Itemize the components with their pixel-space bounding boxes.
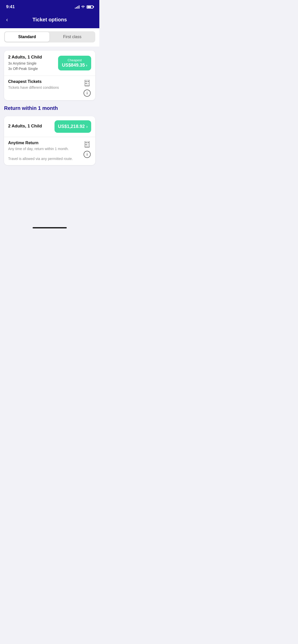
svg-rect-2 <box>88 81 89 82</box>
svg-rect-4 <box>88 83 88 83</box>
tab-first-class[interactable]: First class <box>50 32 95 42</box>
nav-header: ‹ Ticket options <box>0 13 99 28</box>
cheapest-card: 2 Adults, 1 Child 3x Anytime Single 3x O… <box>4 51 95 100</box>
section-title: Return within 1 month <box>4 104 95 112</box>
cheapest-ticket-info: 2 Adults, 1 Child 3x Anytime Single 3x O… <box>8 55 42 71</box>
svg-rect-13 <box>88 144 88 145</box>
page-title: Ticket options <box>32 17 67 23</box>
cheapest-ticket-row: 2 Adults, 1 Child 3x Anytime Single 3x O… <box>4 51 95 76</box>
return-ticket-row: 2 Adults, 1 Child US$1,218.92 › <box>4 116 95 137</box>
wifi-icon <box>81 5 85 9</box>
return-detail-line2: Travel is allowed via any permitted rout… <box>8 156 80 162</box>
cheapest-detail-row: Cheapest Tickets Tickets have different … <box>4 76 95 100</box>
battery-icon <box>87 5 93 9</box>
cheapest-ticket-types: 3x Anytime Single 3x Off-Peak Single <box>8 61 42 71</box>
status-icons <box>75 5 93 9</box>
return-ticket-info: 2 Adults, 1 Child <box>8 124 42 130</box>
svg-rect-6 <box>88 84 89 84</box>
return-detail-text: Anytime Return Any time of day, return w… <box>8 141 83 162</box>
tab-standard[interactable]: Standard <box>5 32 49 42</box>
return-price-button[interactable]: US$1,218.92 › <box>55 120 91 133</box>
return-info-icon[interactable]: i <box>84 151 91 158</box>
return-detail-title: Anytime Return <box>8 141 80 145</box>
svg-rect-5 <box>88 83 89 83</box>
svg-rect-1 <box>85 81 87 82</box>
cheapest-price-button[interactable]: Cheapest US$849.35 › <box>58 56 91 70</box>
status-bar: 9:41 <box>0 0 99 13</box>
return-passengers: 2 Adults, 1 Child <box>8 124 42 129</box>
svg-rect-12 <box>85 144 87 145</box>
svg-rect-3 <box>85 83 87 84</box>
tab-switcher: Standard First class <box>4 31 95 42</box>
back-button[interactable]: ‹ <box>5 16 9 24</box>
home-indicator <box>0 224 99 233</box>
home-bar <box>33 227 67 228</box>
return-price: US$1,218.92 <box>58 124 85 129</box>
svg-rect-11 <box>88 142 89 143</box>
svg-rect-15 <box>88 145 89 145</box>
return-detail-icons: i <box>83 141 91 158</box>
qr-ticket-icon <box>83 79 91 87</box>
return-qr-ticket-icon <box>83 141 91 149</box>
signal-icon <box>75 5 79 9</box>
cheapest-info-icon[interactable]: i <box>84 90 91 97</box>
return-card: 2 Adults, 1 Child US$1,218.92 › Anytime … <box>4 116 95 165</box>
main-content: 2 Adults, 1 Child 3x Anytime Single 3x O… <box>0 47 99 224</box>
cheapest-badge: Cheapest <box>67 58 82 62</box>
cheapest-passengers: 2 Adults, 1 Child <box>8 55 42 60</box>
cheapest-detail-title: Cheapest Tickets <box>8 79 80 84</box>
cheapest-price: US$849.35 <box>62 63 85 68</box>
cheapest-detail-desc: Tickets have different conditions <box>8 85 80 90</box>
content-spacer <box>4 169 95 220</box>
cheapest-detail-icons: i <box>83 79 91 97</box>
cheapest-chevron-icon: › <box>86 63 87 68</box>
return-detail-line1: Any time of day, return within 1 month. <box>8 146 80 152</box>
return-chevron-icon: › <box>86 124 88 129</box>
return-detail-row: Anytime Return Any time of day, return w… <box>4 137 95 165</box>
svg-rect-14 <box>88 144 89 145</box>
cheapest-price-line: US$849.35 › <box>62 63 87 68</box>
status-time: 9:41 <box>6 4 15 9</box>
tab-switcher-container: Standard First class <box>0 28 99 47</box>
svg-rect-10 <box>85 142 87 143</box>
cheapest-detail-text: Cheapest Tickets Tickets have different … <box>8 79 83 90</box>
